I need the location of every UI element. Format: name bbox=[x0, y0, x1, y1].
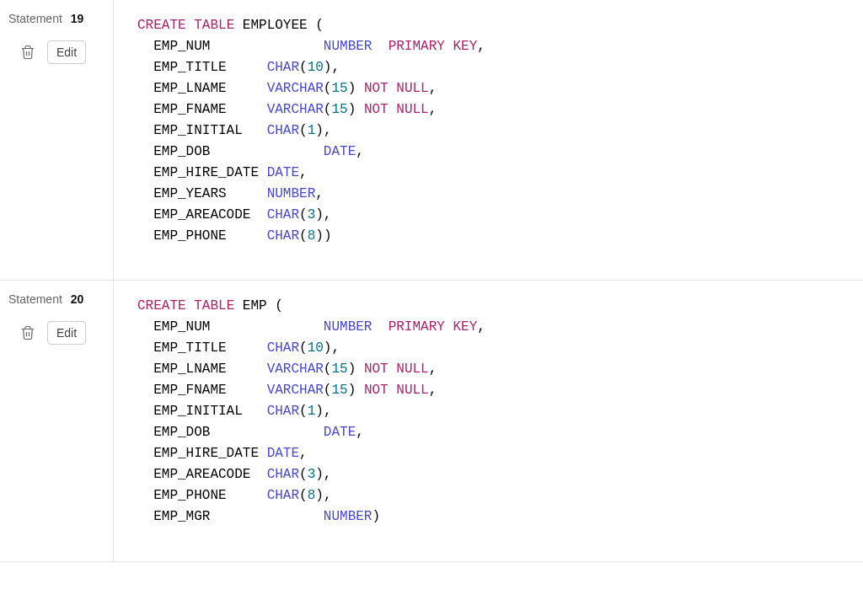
sql-code[interactable]: CREATE TABLE EMPLOYEE ( EMP_NUM NUMBER P… bbox=[137, 15, 863, 246]
controls-row: Edit bbox=[8, 40, 106, 64]
trash-icon[interactable] bbox=[20, 325, 35, 340]
edit-button[interactable]: Edit bbox=[47, 321, 86, 345]
side-panel: Statement20 Edit bbox=[0, 281, 114, 560]
statement-block: Statement19 EditCREATE TABLE EMPLOYEE ( … bbox=[0, 0, 863, 281]
statement-block: Statement20 EditCREATE TABLE EMP ( EMP_N… bbox=[0, 281, 863, 561]
statement-header: Statement20 bbox=[8, 292, 106, 306]
sql-code[interactable]: CREATE TABLE EMP ( EMP_NUM NUMBER PRIMAR… bbox=[137, 296, 863, 527]
code-panel: CREATE TABLE EMPLOYEE ( EMP_NUM NUMBER P… bbox=[114, 0, 863, 280]
code-panel: CREATE TABLE EMP ( EMP_NUM NUMBER PRIMAR… bbox=[114, 281, 863, 560]
statement-label: Statement bbox=[8, 292, 62, 306]
statements-list: Statement19 EditCREATE TABLE EMPLOYEE ( … bbox=[0, 0, 863, 562]
trash-icon[interactable] bbox=[20, 45, 35, 60]
statement-number: 19 bbox=[71, 12, 84, 25]
statement-header: Statement19 bbox=[8, 12, 106, 25]
statement-label: Statement bbox=[8, 12, 62, 25]
statement-number: 20 bbox=[71, 292, 84, 306]
side-panel: Statement19 Edit bbox=[0, 0, 114, 280]
controls-row: Edit bbox=[8, 321, 106, 345]
edit-button[interactable]: Edit bbox=[47, 40, 86, 64]
